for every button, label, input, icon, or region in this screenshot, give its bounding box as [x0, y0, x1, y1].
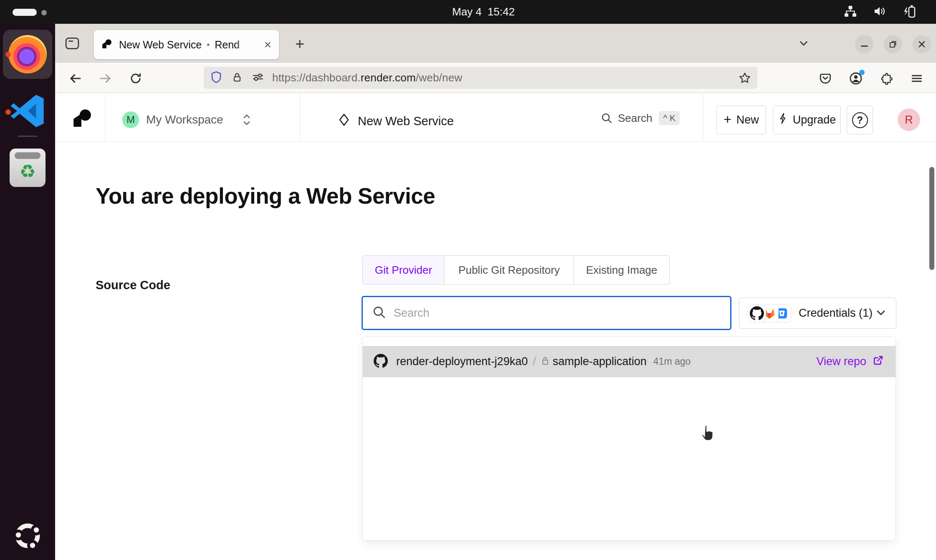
workspace-name: My Workspace [146, 113, 223, 126]
lock-icon[interactable] [231, 71, 243, 86]
repo-search-input[interactable] [394, 307, 686, 320]
question-icon: ? [852, 112, 868, 128]
external-link-icon [872, 354, 885, 369]
source-code-label: Source Code [96, 278, 170, 292]
back-icon[interactable] [66, 69, 85, 88]
github-credential-badge [748, 304, 766, 323]
vscode-running-indicator [5, 109, 11, 115]
browser-nav-bar: https://dashboard.render.com/web/new [55, 63, 936, 93]
url-bar[interactable]: https://dashboard.render.com/web/new [204, 67, 757, 89]
dock-trash[interactable]: ♻ [3, 143, 52, 192]
tab-existing-image[interactable]: Existing Image [574, 256, 669, 284]
render-logo[interactable] [72, 108, 93, 130]
account-notification-dot [859, 70, 865, 75]
url-path: /web/new [416, 71, 462, 84]
workspace-dot[interactable] [41, 10, 47, 15]
help-button[interactable]: ? [847, 106, 873, 134]
tab-public-git-repository[interactable]: Public Git Repository [445, 256, 574, 284]
page-title-header: New Web Service [338, 113, 454, 130]
pocket-icon[interactable] [816, 69, 835, 88]
url-text[interactable]: https://dashboard.render.com/web/new [272, 71, 462, 84]
browser-tab-bar: New Web Service • Rend × + [55, 24, 936, 63]
search-label: Search [618, 112, 652, 125]
account-icon[interactable] [846, 69, 865, 88]
mouse-pointer-cursor [697, 423, 716, 446]
repo-updated-time: 41m ago [653, 356, 691, 367]
new-button[interactable]: + New [716, 106, 766, 134]
firefox-icon [8, 35, 47, 73]
source-tabs: Git Provider Public Git Repository Exist… [362, 255, 670, 285]
dock-show-apps[interactable] [3, 512, 52, 560]
tab-close-icon[interactable]: × [264, 38, 271, 51]
tracking-protection-shield-icon[interactable] [210, 70, 223, 86]
private-lock-icon [541, 356, 549, 368]
desktop: May 4 15:42 [0, 0, 936, 560]
window-minimize-button[interactable] [855, 35, 873, 53]
header-divider [300, 93, 301, 141]
repo-row[interactable]: render-deployment-j29ka0 / sample-applic… [363, 346, 896, 377]
diamond-icon [338, 113, 350, 130]
bookmark-star-icon[interactable] [738, 71, 751, 85]
search-icon [372, 305, 386, 321]
app-header: M My Workspace New Web Service Search ^ … [55, 93, 936, 142]
dock: ♻ [0, 24, 55, 560]
workspace-switcher-chevrons-icon[interactable] [240, 112, 253, 129]
tab-title: New Web Service [119, 39, 202, 51]
tab-git-provider[interactable]: Git Provider [363, 256, 445, 284]
ubuntu-logo-icon [11, 519, 44, 554]
firefox-view-button[interactable] [63, 35, 82, 52]
repo-search-field[interactable] [362, 296, 731, 330]
url-domain: render.com [361, 71, 416, 84]
menu-hamburger-icon[interactable] [907, 69, 926, 88]
system-tray[interactable] [843, 0, 918, 24]
system-top-bar: May 4 15:42 [0, 0, 936, 24]
volume-icon [873, 5, 887, 20]
dock-separator [18, 136, 38, 137]
view-repo-link[interactable]: View repo [816, 354, 885, 369]
browser-tab-active[interactable]: New Web Service • Rend × [94, 30, 279, 59]
forward-icon[interactable] [96, 69, 115, 88]
dock-vscode[interactable] [3, 87, 52, 136]
lightning-icon [778, 112, 788, 128]
list-tabs-chevron-icon[interactable] [794, 35, 813, 52]
tab-title-fade [235, 39, 261, 51]
firefox-running-indicator [5, 52, 11, 57]
clock-time: 15:42 [488, 5, 515, 18]
battery-charging-icon [902, 4, 918, 20]
header-divider [105, 93, 106, 141]
repo-owner: render-deployment-j29ka0 [396, 355, 528, 368]
upgrade-button[interactable]: Upgrade [773, 106, 841, 134]
render-dashboard: M My Workspace New Web Service Search ^ … [55, 93, 936, 560]
plus-icon: + [724, 112, 731, 127]
network-icon [843, 5, 858, 20]
repo-list: render-deployment-j29ka0 / sample-applic… [362, 336, 896, 540]
window-restore-button[interactable] [884, 35, 902, 53]
url-prefix: https://dashboard. [272, 71, 361, 84]
system-clock[interactable]: May 4 15:42 [452, 0, 515, 24]
new-tab-button[interactable]: + [289, 33, 311, 55]
trash-icon: ♻ [10, 149, 46, 187]
global-search-button[interactable]: Search ^ K [600, 111, 680, 125]
permissions-sliders-icon[interactable] [251, 71, 265, 86]
credentials-label: Credentials (1) [799, 307, 873, 320]
repo-name: sample-application [553, 355, 647, 368]
window-close-button[interactable] [913, 35, 931, 53]
repo-separator: / [533, 355, 536, 368]
workspace-avatar: M [122, 111, 139, 128]
dock-firefox[interactable] [3, 30, 52, 79]
vscode-icon [8, 92, 47, 132]
render-favicon [101, 38, 112, 51]
chevron-down-icon [874, 306, 888, 321]
browser-window: New Web Service • Rend × + [55, 24, 936, 560]
clock-date: May 4 [452, 5, 482, 18]
credentials-dropdown[interactable]: Credentials (1) [739, 298, 896, 329]
user-avatar[interactable]: R [898, 108, 920, 131]
search-shortcut-badge: ^ K [659, 111, 680, 125]
tab-title-separator: • [207, 40, 210, 50]
page-scrollbar-thumb[interactable] [929, 167, 934, 270]
github-icon [374, 354, 388, 370]
header-divider [703, 93, 703, 141]
activities-pill[interactable] [13, 9, 37, 16]
reload-icon[interactable] [126, 69, 145, 88]
extensions-icon[interactable] [877, 69, 896, 88]
